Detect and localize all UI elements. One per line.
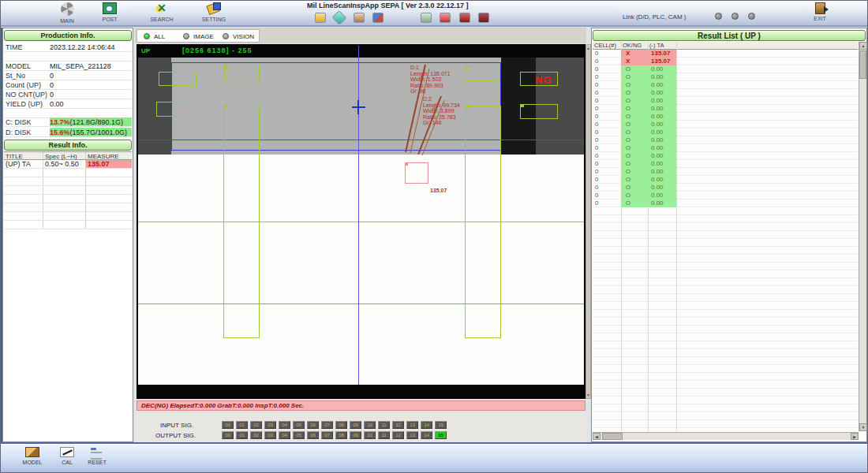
input-signal-button[interactable]: 03	[264, 421, 276, 429]
scroll-up-icon[interactable]: ▲	[586, 46, 590, 50]
production-info-row: NO CNT(UP) 0	[4, 90, 132, 99]
result-list-row[interactable]: 0 O 0.00	[593, 199, 858, 207]
bottom-control-bar: MODEL CAL RESET Message Disp. Cam F Cam …	[1, 444, 868, 473]
cal-button[interactable]: CAL	[51, 447, 83, 471]
result-list-row[interactable]: 0 O 0.00	[593, 65, 858, 73]
result-list-row[interactable]: 0 O 0.00	[593, 136, 858, 144]
scroll-up-icon[interactable]: ▲	[859, 42, 867, 50]
input-signal-button[interactable]: 10	[364, 421, 376, 429]
output-signal-button[interactable]: 15	[435, 431, 447, 439]
post-button[interactable]: POST	[92, 2, 127, 25]
result-list-row[interactable]: 0 O 0.00	[593, 89, 858, 97]
result-list-row[interactable]: 0 O 0.00	[593, 81, 858, 89]
result-list-hscrollbar[interactable]: ◀ ▶	[593, 432, 859, 440]
scroll-right-icon[interactable]: ▶	[851, 433, 859, 440]
search-button[interactable]: SEARCH	[144, 2, 179, 25]
result-list-row[interactable]: 0 O 0.00	[593, 128, 858, 136]
inspection-image-viewport[interactable]: UP [0256 6138] - 255	[137, 44, 586, 399]
result-list-row[interactable]: 0 X 135.07	[593, 50, 858, 58]
input-signal-button[interactable]: 08	[335, 421, 347, 429]
result-list-row[interactable]: 0 O 0.00	[593, 105, 858, 113]
main-button-label: MAIN	[50, 18, 84, 24]
output-signal-button[interactable]: 13	[406, 431, 418, 439]
red-tool-icon[interactable]	[440, 13, 451, 23]
input-signal-button[interactable]: 00	[222, 421, 234, 429]
input-signal-button[interactable]: 13	[406, 421, 418, 429]
output-signal-button[interactable]: 04	[279, 431, 290, 439]
output-signal-button[interactable]: 01	[236, 431, 248, 439]
output-signal-button[interactable]: 03	[264, 431, 276, 439]
chart-icon[interactable]	[421, 13, 432, 23]
linescan-inspection-app: MAIN POST SEARCH SETTING Mil LineScanIns…	[0, 0, 868, 473]
input-signal-button[interactable]: 04	[279, 421, 290, 429]
result-list-columns: CELL(#) OK/NG (-) TA	[593, 42, 858, 50]
result-list-row[interactable]: 0 O 0.00	[593, 152, 858, 160]
result-list-row[interactable]: 0 O 0.00	[593, 73, 858, 81]
input-signal-button[interactable]: 15	[435, 421, 447, 429]
input-signal-button[interactable]: 11	[378, 421, 390, 429]
input-signal-button[interactable]: 07	[321, 421, 333, 429]
result-list-row[interactable]: 0 O 0.00	[593, 168, 858, 176]
result-list-row[interactable]: 0 O 0.00	[593, 160, 858, 168]
radio-vision-label[interactable]: VISION	[233, 33, 254, 40]
output-signal-button[interactable]: 06	[307, 431, 319, 439]
result-list-rows: 0 X 135.07 0 X 135.07 0 O 0.00 0 O 0.00 …	[593, 50, 858, 207]
output-signal-button[interactable]: 12	[392, 431, 404, 439]
result-list-row[interactable]: 0 O 0.00	[593, 192, 858, 199]
exit-button[interactable]: EXIT	[804, 2, 836, 25]
output-signal-button[interactable]: 02	[250, 431, 262, 439]
scroll-down-icon[interactable]: ▼	[586, 393, 590, 397]
result-list-row[interactable]: 0 O 0.00	[593, 113, 858, 121]
radio-image-label[interactable]: IMAGE	[193, 33, 214, 40]
result-list-row[interactable]: 0 O 0.00	[593, 121, 858, 128]
hscroll-thumb[interactable]	[602, 433, 623, 440]
decision-status-bar: DEC(NG) ElapsedT:0.000 GrabT:0.000 InspT…	[137, 400, 586, 411]
disk-icon[interactable]	[372, 13, 383, 23]
result-info-row[interactable]: (UP) TA 0.50~ 0.50 135.07	[4, 160, 132, 169]
output-signal-button[interactable]: 08	[335, 431, 347, 439]
red-folder-icon[interactable]	[478, 13, 489, 23]
input-signal-button[interactable]: 01	[236, 421, 248, 429]
result-list-vscrollbar[interactable]: ▲ ▼	[859, 42, 866, 431]
model-box-icon	[25, 447, 39, 457]
model-button[interactable]: MODEL	[17, 447, 48, 471]
reset-button[interactable]: RESET	[81, 447, 113, 471]
scroll-left-icon[interactable]: ◀	[593, 433, 600, 440]
result-list-row[interactable]: 0 X 135.07	[593, 58, 858, 65]
radio-all-label[interactable]: ALL	[154, 33, 165, 40]
radio-all[interactable]	[144, 33, 150, 39]
radio-image[interactable]	[183, 33, 189, 39]
output-signal-button[interactable]: 07	[321, 431, 333, 439]
result-list-row[interactable]: 0 O 0.00	[593, 184, 858, 192]
ng-status-flag: NG	[535, 74, 552, 86]
output-signal-button[interactable]: 09	[350, 431, 361, 439]
input-signal-button[interactable]: 06	[307, 421, 319, 429]
input-signal-button[interactable]: 12	[392, 421, 404, 429]
main-button[interactable]: MAIN	[50, 2, 84, 25]
diamond-icon[interactable]	[331, 10, 346, 25]
output-signal-button[interactable]: 05	[293, 431, 305, 439]
lock-icon[interactable]	[354, 13, 365, 23]
radio-vision[interactable]	[223, 33, 229, 39]
setting-button[interactable]: SETTING	[196, 2, 231, 25]
output-signal-button[interactable]: 14	[421, 431, 432, 439]
viewer-scrollbar[interactable]: ▲ ▼	[586, 44, 591, 399]
input-signal-button[interactable]: 02	[250, 421, 262, 429]
scroll-down-icon[interactable]: ▼	[859, 423, 867, 431]
red-grid-icon[interactable]	[459, 13, 470, 23]
result-list-row[interactable]: 0 O 0.00	[593, 176, 858, 184]
input-signal-button[interactable]: 05	[293, 421, 305, 429]
output-signal-button[interactable]: 10	[364, 431, 376, 439]
defect-annotation-2: D:2 Length: 99.734 Width: 3.899 Ratio: 2…	[423, 96, 460, 126]
result-list-grid: CELL(#) OK/NG (-) TA 0 X 135.07 0 X 135.…	[593, 42, 858, 431]
output-signal-button[interactable]: 00	[222, 431, 234, 439]
reset-grid-icon	[90, 447, 104, 457]
input-signal-button[interactable]: 14	[421, 421, 432, 429]
result-list-row[interactable]: 0 O 0.00	[593, 97, 858, 105]
input-signal-button[interactable]: 09	[350, 421, 361, 429]
vscroll-thumb[interactable]	[859, 50, 866, 79]
result-list-row[interactable]: 0 O 0.00	[593, 144, 858, 152]
key-folder-icon[interactable]	[315, 13, 326, 23]
exit-door-icon	[815, 2, 825, 14]
output-signal-button[interactable]: 11	[378, 431, 390, 439]
